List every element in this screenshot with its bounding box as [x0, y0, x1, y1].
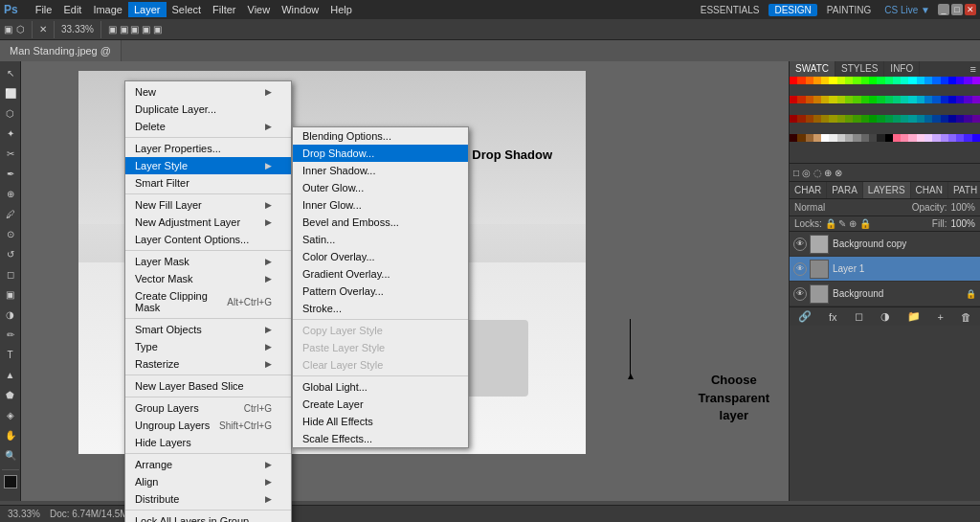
menu-new-fill[interactable]: New Fill Layer▶ — [125, 196, 291, 214]
submenu-clear-style[interactable]: Clear Layer Style — [293, 356, 468, 374]
menu-lock-all-layers[interactable]: Lock All Layers in Group... — [125, 512, 291, 522]
submenu-bevel-emboss[interactable]: Bevel and Emboss... — [293, 214, 468, 231]
layer-eye-bg-copy[interactable]: 👁 — [793, 238, 807, 251]
layers-new-icon[interactable]: + — [938, 311, 944, 323]
toolbar-del[interactable]: ✕ — [39, 24, 47, 34]
menu-edit[interactable]: Edit — [57, 2, 87, 17]
layers-folder-icon[interactable]: 📁 — [907, 310, 921, 323]
submenu-global-light[interactable]: Global Light... — [293, 378, 468, 396]
tool-history[interactable]: ↺ — [1, 244, 20, 263]
menu-layer-style[interactable]: Layer Style▶ — [125, 157, 291, 174]
menu-delete[interactable]: Delete▶ — [125, 118, 291, 135]
nav-painting[interactable]: PAINTING — [821, 4, 877, 16]
menu-layer-content-options[interactable]: Layer Content Options... — [125, 231, 291, 248]
toolbar-new[interactable]: ▣ — [4, 24, 12, 34]
layer-row-bg-copy[interactable]: 👁 Background copy — [790, 232, 980, 257]
tool-lasso[interactable]: ⬡ — [1, 103, 20, 123]
layers-adj-icon[interactable]: ◑ — [880, 310, 890, 323]
menu-help[interactable]: Help — [324, 2, 358, 17]
layer-eye-layer1[interactable]: 👁 — [793, 262, 807, 276]
menu-new-adjustment[interactable]: New Adjustment Layer▶ — [125, 214, 291, 231]
menu-group-layers[interactable]: Group LayersCtrl+G — [125, 399, 291, 417]
menu-arrange[interactable]: Arrange▶ — [125, 456, 291, 473]
menu-ungroup-layers[interactable]: Ungroup LayersShift+Ctrl+G — [125, 417, 291, 434]
menu-vector-mask[interactable]: Vector Mask▶ — [125, 270, 291, 287]
menu-distribute[interactable]: Distribute▶ — [125, 490, 291, 508]
tool-eyedropper[interactable]: ✒ — [1, 164, 20, 183]
menu-duplicate[interactable]: Duplicate Layer... — [125, 101, 291, 118]
submenu-satin[interactable]: Satin... — [293, 231, 468, 248]
submenu-inner-shadow[interactable]: Inner Shadow... — [293, 162, 468, 179]
menu-layer[interactable]: Layer — [128, 2, 167, 17]
menu-hide-layers[interactable]: Hide Layers — [125, 434, 291, 451]
document-tab[interactable]: Man Standing.jpeg @ — [0, 40, 122, 61]
tool-path-select[interactable]: ▲ — [1, 365, 20, 384]
submenu-pattern-overlay[interactable]: Pattern Overlay... — [293, 283, 468, 300]
tool-move[interactable]: ↖ — [1, 63, 20, 82]
tool-zoom[interactable]: 🔍 — [1, 445, 20, 465]
menu-align[interactable]: Align▶ — [125, 473, 291, 490]
tool-pen[interactable]: ✏ — [1, 325, 20, 344]
tab-swatches[interactable]: SWATC — [790, 61, 835, 77]
layers-delete-icon[interactable]: 🗑 — [961, 311, 971, 323]
menu-select[interactable]: Select — [167, 2, 208, 17]
submenu-scale-effects[interactable]: Scale Effects... — [293, 430, 468, 447]
menu-create-clipping[interactable]: Create Clipping MaskAlt+Ctrl+G — [125, 287, 291, 316]
submenu-color-overlay[interactable]: Color Overlay... — [293, 248, 468, 265]
minimize-button[interactable]: _ — [938, 4, 949, 15]
menu-view[interactable]: View — [242, 2, 277, 17]
tool-heal[interactable]: ⊕ — [1, 184, 20, 203]
nav-essentials[interactable]: ESSENTIALS — [695, 4, 766, 16]
submenu-gradient-overlay[interactable]: Gradient Overlay... — [293, 265, 468, 283]
submenu-paste-style[interactable]: Paste Layer Style — [293, 339, 468, 356]
tab-char[interactable]: CHAR — [790, 182, 827, 198]
tab-para[interactable]: PARA — [827, 182, 863, 198]
menu-layer-properties[interactable]: Layer Properties... — [125, 140, 291, 157]
menu-image[interactable]: Image — [87, 2, 128, 17]
maximize-button[interactable]: □ — [951, 4, 963, 15]
layer-eye-background[interactable]: 👁 — [793, 287, 807, 301]
menu-file[interactable]: File — [30, 2, 58, 17]
tool-select[interactable]: ⬜ — [1, 83, 20, 102]
menu-new-layer-based-slice[interactable]: New Layer Based Slice — [125, 377, 291, 395]
tool-eraser[interactable]: ◻ — [1, 264, 20, 284]
layer-row-background[interactable]: 👁 Background 🔒 — [790, 282, 980, 306]
tool-text[interactable]: T — [1, 345, 20, 364]
menu-window[interactable]: Window — [276, 2, 324, 17]
tab-layers[interactable]: LAYERS — [863, 182, 911, 198]
panel-menu-icon[interactable]: ≡ — [967, 61, 980, 77]
tab-chan[interactable]: CHAN — [911, 182, 948, 198]
layers-link-icon[interactable]: 🔗 — [798, 310, 812, 323]
layer-row-layer1[interactable]: 👁 Layer 1 — [790, 257, 980, 282]
submenu-inner-glow[interactable]: Inner Glow... — [293, 196, 468, 214]
tab-styles[interactable]: STYLES — [835, 61, 884, 77]
submenu-create-layer[interactable]: Create Layer — [293, 396, 468, 413]
menu-filter[interactable]: Filter — [207, 2, 241, 17]
submenu-stroke[interactable]: Stroke... — [293, 300, 468, 317]
layers-mask-icon[interactable]: ◻ — [855, 310, 863, 323]
menu-rasterize[interactable]: Rasterize▶ — [125, 355, 291, 373]
tab-info[interactable]: INFO — [884, 61, 920, 77]
tool-crop[interactable]: ✂ — [1, 144, 20, 163]
nav-design[interactable]: DESIGN — [768, 4, 816, 16]
tool-wand[interactable]: ✦ — [1, 124, 20, 143]
tool-shape[interactable]: ⬟ — [1, 385, 20, 404]
submenu-copy-style[interactable]: Copy Layer Style — [293, 322, 468, 339]
toolbar-dup[interactable]: ⬡ — [16, 24, 25, 34]
fill-value[interactable]: 100% — [950, 218, 975, 229]
submenu-blending-options[interactable]: Blending Options... — [293, 127, 468, 145]
tool-3d[interactable]: ◈ — [1, 405, 20, 424]
submenu-hide-all-effects[interactable]: Hide All Effects — [293, 413, 468, 430]
cs-live-button[interactable]: CS Live ▼ — [884, 5, 930, 15]
close-button[interactable]: ✕ — [965, 4, 976, 15]
fg-color[interactable] — [4, 475, 17, 488]
tool-clone[interactable]: ⊙ — [1, 224, 20, 243]
tool-dodge[interactable]: ◑ — [1, 305, 20, 324]
menu-new[interactable]: New▶ — [125, 83, 291, 101]
opacity-value[interactable]: 100% — [950, 202, 975, 213]
menu-smart-filter[interactable]: Smart Filter — [125, 174, 291, 192]
menu-type[interactable]: Type▶ — [125, 338, 291, 355]
menu-smart-objects[interactable]: Smart Objects▶ — [125, 321, 291, 338]
tool-brush[interactable]: 🖊 — [1, 204, 20, 223]
tool-fill[interactable]: ▣ — [1, 284, 20, 304]
